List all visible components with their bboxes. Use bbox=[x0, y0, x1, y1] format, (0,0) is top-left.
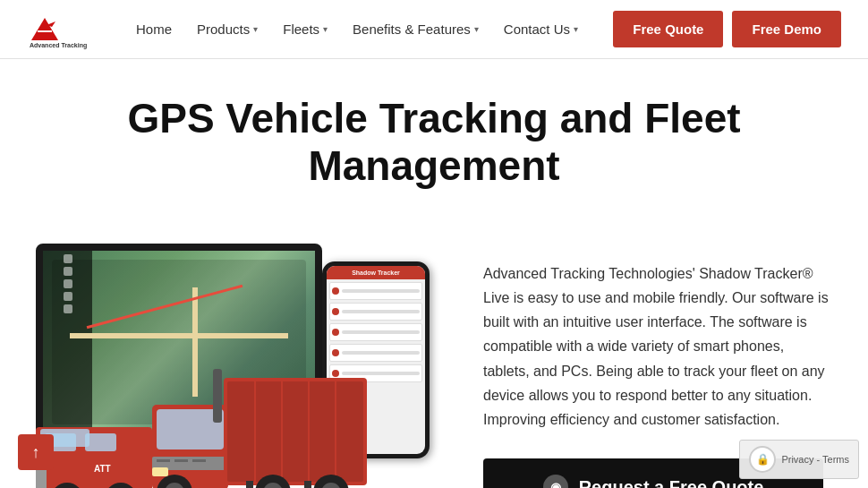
list-line bbox=[342, 310, 420, 313]
header-buttons: Free Quote Free Demo bbox=[613, 11, 841, 47]
map-road-horizontal bbox=[70, 333, 287, 338]
main-nav: Home Products ▾ Fleets ▾ Benefits & Feat… bbox=[125, 14, 613, 44]
captcha-icon: 🔒 bbox=[749, 446, 776, 473]
free-quote-button[interactable]: Free Quote bbox=[613, 11, 723, 47]
privacy-notice: 🔒 Privacy - Terms bbox=[739, 440, 859, 479]
svg-text:Advanced Tracking: Advanced Tracking bbox=[30, 42, 87, 49]
devices-image: Shadow Tracker bbox=[36, 244, 447, 488]
chevron-down-icon: ▾ bbox=[474, 24, 479, 34]
sidebar-item bbox=[64, 292, 72, 301]
chevron-down-icon: ▾ bbox=[574, 24, 578, 34]
svg-rect-6 bbox=[85, 433, 116, 451]
svg-rect-13 bbox=[36, 467, 47, 488]
nav-products[interactable]: Products ▾ bbox=[186, 14, 268, 44]
sidebar-item bbox=[64, 304, 72, 313]
nav-benefits[interactable]: Benefits & Features ▾ bbox=[342, 14, 489, 44]
header: Advanced Tracking Home Products ▾ Fleets… bbox=[0, 0, 868, 59]
content-section: Shadow Tracker bbox=[0, 235, 868, 488]
red-truck bbox=[152, 369, 367, 488]
cta-button-label: Request a Free Quote bbox=[579, 477, 764, 488]
sidebar-item bbox=[64, 279, 72, 288]
svg-rect-17 bbox=[157, 459, 170, 462]
svg-rect-26 bbox=[213, 369, 222, 423]
status-dot bbox=[332, 329, 339, 336]
logo[interactable]: Advanced Tracking bbox=[27, 9, 98, 49]
svg-rect-34 bbox=[246, 481, 253, 488]
chevron-down-icon: ▾ bbox=[323, 24, 328, 34]
list-line bbox=[342, 289, 420, 293]
status-dot bbox=[332, 287, 339, 295]
hero-section: GPS Vehicle Tracking and Fleet Managemen… bbox=[0, 59, 868, 235]
description: Advanced Tracking Technologies' Shadow T… bbox=[483, 261, 832, 432]
trucks-illustration: ATT bbox=[18, 351, 447, 488]
page-title: GPS Vehicle Tracking and Fleet Managemen… bbox=[85, 95, 783, 190]
nav-fleets[interactable]: Fleets ▾ bbox=[272, 14, 338, 44]
sidebar-item bbox=[64, 267, 72, 276]
list-line bbox=[342, 330, 420, 334]
status-dot bbox=[332, 308, 339, 315]
chevron-down-icon: ▾ bbox=[253, 24, 258, 34]
phone-app-header: Shadow Tracker bbox=[327, 266, 425, 279]
privacy-label: Privacy - Terms bbox=[781, 454, 849, 465]
phone-list-item bbox=[329, 323, 422, 341]
map-track bbox=[86, 285, 243, 329]
svg-text:ATT: ATT bbox=[94, 464, 111, 474]
nav-home[interactable]: Home bbox=[125, 14, 183, 44]
free-demo-button[interactable]: Free Demo bbox=[732, 11, 841, 47]
scroll-to-top-button[interactable]: ↑ bbox=[18, 434, 54, 470]
phone-list-item bbox=[329, 282, 422, 300]
nav-contact[interactable]: Contact Us ▾ bbox=[493, 14, 589, 44]
svg-rect-21 bbox=[227, 381, 363, 482]
svg-rect-35 bbox=[304, 481, 311, 488]
svg-rect-18 bbox=[174, 459, 188, 462]
phone-list-item bbox=[329, 303, 422, 321]
svg-rect-33 bbox=[152, 467, 168, 476]
sidebar-item bbox=[64, 254, 72, 263]
svg-rect-19 bbox=[192, 459, 206, 462]
shield-icon: ◉ bbox=[543, 475, 568, 488]
